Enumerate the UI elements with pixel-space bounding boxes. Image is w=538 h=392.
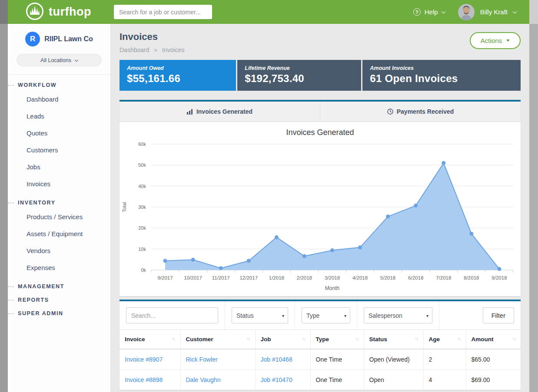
- sidebar-section-super-admin[interactable]: SUPER ADMIN: [8, 310, 110, 316]
- tab-invoices-generated[interactable]: Invoices Generated: [120, 102, 320, 122]
- locations-dropdown[interactable]: All Locations: [17, 54, 102, 66]
- sort-icon[interactable]: ↑↓: [247, 336, 250, 341]
- page-title: Invoices: [120, 31, 521, 43]
- sort-icon[interactable]: ↑↓: [172, 336, 175, 341]
- customer-link[interactable]: Dale Vaughn: [186, 376, 221, 383]
- global-search-input[interactable]: [114, 5, 212, 19]
- company-logo-badge: R: [25, 32, 40, 46]
- bar-chart-icon: [187, 109, 193, 115]
- sidebar-item-jobs[interactable]: Jobs: [8, 158, 110, 175]
- table-row: Invoice #8907Rick FowlerJob #10468One Ti…: [120, 349, 521, 370]
- sort-icon[interactable]: ↑↓: [512, 336, 515, 341]
- sidebar-section-inventory[interactable]: INVENTORY: [8, 200, 110, 206]
- table-row: Invoice #8898Dale VaughnJob #10470One Ti…: [120, 370, 521, 390]
- table-search-input[interactable]: [126, 307, 218, 323]
- column-header-invoice[interactable]: ↑↓Invoice: [120, 330, 180, 349]
- sidebar-item-leads[interactable]: Leads: [8, 108, 110, 125]
- chevron-down-icon: [441, 9, 445, 13]
- sidebar-item-quotes[interactable]: Quotes: [8, 125, 110, 142]
- svg-text:1/2018: 1/2018: [269, 275, 284, 280]
- user-name: Billy Kraft: [480, 8, 508, 16]
- filter-search-cell: [120, 301, 225, 329]
- sort-icon[interactable]: ↑↓: [302, 336, 305, 341]
- sidebar-section-label: SUPER ADMIN: [18, 310, 63, 316]
- job-link[interactable]: Job #10468: [261, 356, 292, 363]
- invoice-table: ↑↓Invoice↑↓Customer↑↓Job↑↓Type↑↓Status↑↓…: [120, 330, 521, 390]
- column-header-type[interactable]: ↑↓Type: [310, 330, 364, 349]
- section-dashes-icon: [8, 287, 14, 287]
- sort-icon[interactable]: ↑↓: [458, 336, 461, 341]
- column-label: Invoice: [125, 336, 145, 343]
- sidebar-item-vendors[interactable]: Vendors: [8, 242, 110, 259]
- salesperson-select[interactable]: Salesperson: [364, 307, 432, 323]
- sidebar-item-products-services[interactable]: Products / Services: [8, 208, 110, 225]
- column-header-age[interactable]: ↑↓Age: [423, 330, 466, 349]
- column-header-amount[interactable]: ↑↓Amount: [466, 330, 521, 349]
- sidebar-section-label: INVENTORY: [18, 200, 56, 206]
- avatar: [458, 4, 475, 20]
- svg-text:8/2018: 8/2018: [464, 275, 479, 280]
- sidebar-item-invoices[interactable]: Invoices: [8, 175, 110, 192]
- invoice-link[interactable]: Invoice #8907: [125, 356, 163, 363]
- sidebar-divider: [8, 74, 110, 75]
- sidebar-item-assets-equipment[interactable]: Assets / Equipment: [8, 225, 110, 242]
- user-menu[interactable]: Billy Kraft: [458, 4, 516, 20]
- sort-icon[interactable]: ↑↓: [415, 336, 418, 341]
- cell-invoice: Invoice #8898: [120, 370, 180, 390]
- sidebar-section-workflow[interactable]: WORKFLOW: [8, 82, 110, 88]
- sidebar-section-management[interactable]: MANAGEMENT: [8, 283, 110, 290]
- status-select[interactable]: Status: [232, 307, 288, 323]
- brand[interactable]: turfhop: [25, 2, 111, 23]
- clock-icon: [387, 109, 393, 115]
- app-window: turfhop ? Help: [8, 0, 529, 392]
- table-body: Invoice #8907Rick FowlerJob #10468One Ti…: [120, 349, 521, 390]
- chart-tabs: Invoices GeneratedPayments Received: [120, 102, 521, 122]
- column-label: Age: [429, 336, 440, 343]
- breadcrumb-dashboard[interactable]: Dashboard: [120, 46, 149, 53]
- right-edge-gutter: [529, 0, 538, 392]
- invoice-link[interactable]: Invoice #8898: [125, 376, 163, 383]
- svg-text:11/2017: 11/2017: [212, 275, 230, 280]
- type-select[interactable]: Type: [302, 307, 350, 323]
- column-label: Type: [316, 336, 329, 343]
- sidebar-item-expenses[interactable]: Expenses: [8, 259, 110, 276]
- svg-text:6/2018: 6/2018: [408, 275, 423, 280]
- sidebar-item-dashboard[interactable]: Dashboard: [8, 91, 110, 108]
- svg-text:10k: 10k: [138, 247, 146, 252]
- cell-invoice: Invoice #8907: [120, 349, 180, 370]
- stat-cards: Amount Owed$55,161.66Lifetime Revenue$19…: [120, 60, 521, 91]
- stat-value: $192,753.40: [245, 72, 354, 85]
- invoice-table-panel: Status Type: [120, 300, 521, 390]
- job-link[interactable]: Job #10470: [261, 376, 292, 383]
- tab-payments-received[interactable]: Payments Received: [320, 102, 521, 122]
- sidebar-item-customers[interactable]: Customers: [8, 142, 110, 158]
- stat-label: Lifetime Revenue: [245, 65, 354, 71]
- customer-link[interactable]: Rick Fowler: [186, 356, 218, 363]
- company-header[interactable]: R RIIPL Lawn Co: [8, 32, 110, 46]
- column-header-customer[interactable]: ↑↓Customer: [180, 330, 255, 349]
- svg-text:9/2017: 9/2017: [157, 275, 173, 280]
- top-bar: turfhop ? Help: [8, 0, 529, 24]
- section-dashes-icon: [8, 300, 14, 300]
- table-header-row: ↑↓Invoice↑↓Customer↑↓Job↑↓Type↑↓Status↑↓…: [120, 330, 521, 349]
- sort-icon[interactable]: ↑↓: [355, 336, 359, 341]
- cell-job: Job #10468: [255, 349, 310, 370]
- breadcrumb-separator-icon: [154, 46, 158, 53]
- column-header-status[interactable]: ↑↓Status: [364, 330, 423, 349]
- column-header-job[interactable]: ↑↓Job: [255, 330, 310, 349]
- section-dashes-icon: [8, 85, 14, 86]
- actions-label: Actions: [481, 37, 502, 44]
- actions-button[interactable]: Actions: [470, 32, 521, 49]
- help-menu[interactable]: ? Help: [413, 8, 445, 16]
- cell-type: One Time: [310, 349, 364, 370]
- chart-panel: Invoices GeneratedPayments Received Invo…: [120, 100, 521, 296]
- sidebar-section-reports[interactable]: REPORTS: [8, 297, 110, 303]
- filter-button[interactable]: Filter: [483, 307, 514, 323]
- svg-text:Total: Total: [122, 202, 127, 212]
- chart-area: Invoices Generated 0k10k20k30k40k50k60k9…: [120, 122, 521, 296]
- filter-salesperson-cell: Salesperson: [357, 301, 439, 329]
- locations-label: All Locations: [40, 57, 71, 63]
- page-header: Invoices Dashboard Invoices Actions: [120, 24, 521, 60]
- sidebar: R RIIPL Lawn Co All Locations WORKFLOWDa…: [8, 24, 111, 392]
- invoices-generated-chart: 0k10k20k30k40k50k60k9/201710/201711/2017…: [120, 139, 520, 296]
